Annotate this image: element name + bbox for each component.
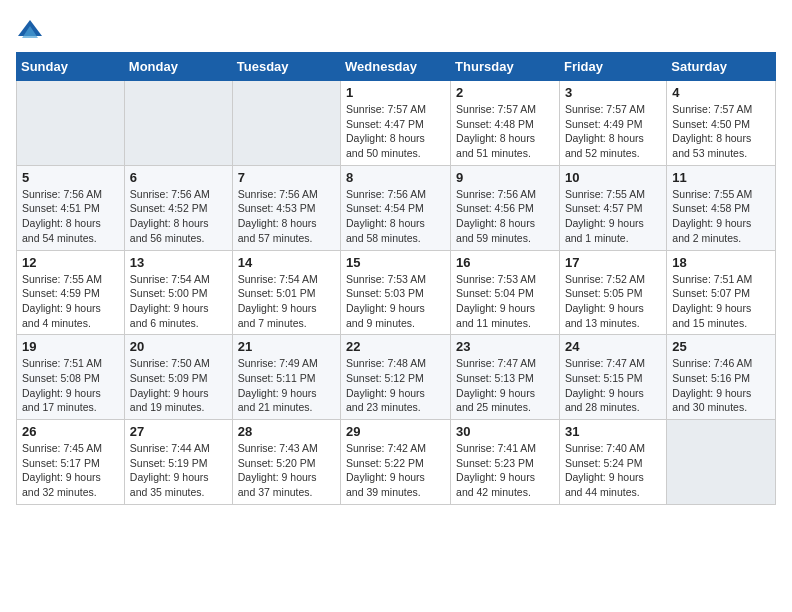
day-info: Sunrise: 7:57 AM Sunset: 4:48 PM Dayligh…: [456, 102, 554, 161]
calendar-day-header: Thursday: [451, 53, 560, 81]
day-number: 14: [238, 255, 335, 270]
day-number: 8: [346, 170, 445, 185]
day-number: 12: [22, 255, 119, 270]
calendar-cell: 16Sunrise: 7:53 AM Sunset: 5:04 PM Dayli…: [451, 250, 560, 335]
calendar-cell: 25Sunrise: 7:46 AM Sunset: 5:16 PM Dayli…: [667, 335, 776, 420]
day-info: Sunrise: 7:55 AM Sunset: 4:58 PM Dayligh…: [672, 187, 770, 246]
calendar-cell: 12Sunrise: 7:55 AM Sunset: 4:59 PM Dayli…: [17, 250, 125, 335]
day-number: 18: [672, 255, 770, 270]
day-number: 5: [22, 170, 119, 185]
day-info: Sunrise: 7:56 AM Sunset: 4:51 PM Dayligh…: [22, 187, 119, 246]
day-info: Sunrise: 7:53 AM Sunset: 5:04 PM Dayligh…: [456, 272, 554, 331]
day-info: Sunrise: 7:48 AM Sunset: 5:12 PM Dayligh…: [346, 356, 445, 415]
calendar-cell: 13Sunrise: 7:54 AM Sunset: 5:00 PM Dayli…: [124, 250, 232, 335]
calendar-day-header: Friday: [559, 53, 666, 81]
calendar-cell: 3Sunrise: 7:57 AM Sunset: 4:49 PM Daylig…: [559, 81, 666, 166]
calendar-cell: 29Sunrise: 7:42 AM Sunset: 5:22 PM Dayli…: [341, 420, 451, 505]
day-info: Sunrise: 7:56 AM Sunset: 4:56 PM Dayligh…: [456, 187, 554, 246]
day-number: 28: [238, 424, 335, 439]
day-info: Sunrise: 7:49 AM Sunset: 5:11 PM Dayligh…: [238, 356, 335, 415]
day-info: Sunrise: 7:51 AM Sunset: 5:08 PM Dayligh…: [22, 356, 119, 415]
day-info: Sunrise: 7:57 AM Sunset: 4:47 PM Dayligh…: [346, 102, 445, 161]
calendar-cell: 19Sunrise: 7:51 AM Sunset: 5:08 PM Dayli…: [17, 335, 125, 420]
day-number: 19: [22, 339, 119, 354]
day-number: 21: [238, 339, 335, 354]
day-info: Sunrise: 7:45 AM Sunset: 5:17 PM Dayligh…: [22, 441, 119, 500]
day-info: Sunrise: 7:47 AM Sunset: 5:15 PM Dayligh…: [565, 356, 661, 415]
day-number: 10: [565, 170, 661, 185]
day-number: 4: [672, 85, 770, 100]
day-info: Sunrise: 7:57 AM Sunset: 4:49 PM Dayligh…: [565, 102, 661, 161]
day-info: Sunrise: 7:42 AM Sunset: 5:22 PM Dayligh…: [346, 441, 445, 500]
calendar-day-header: Wednesday: [341, 53, 451, 81]
logo-icon: [16, 16, 44, 44]
day-number: 26: [22, 424, 119, 439]
calendar-cell: 17Sunrise: 7:52 AM Sunset: 5:05 PM Dayli…: [559, 250, 666, 335]
calendar-cell: 15Sunrise: 7:53 AM Sunset: 5:03 PM Dayli…: [341, 250, 451, 335]
calendar-cell: 30Sunrise: 7:41 AM Sunset: 5:23 PM Dayli…: [451, 420, 560, 505]
calendar-cell: 24Sunrise: 7:47 AM Sunset: 5:15 PM Dayli…: [559, 335, 666, 420]
calendar-cell: 18Sunrise: 7:51 AM Sunset: 5:07 PM Dayli…: [667, 250, 776, 335]
calendar-day-header: Sunday: [17, 53, 125, 81]
day-info: Sunrise: 7:43 AM Sunset: 5:20 PM Dayligh…: [238, 441, 335, 500]
day-number: 15: [346, 255, 445, 270]
calendar-week-row: 26Sunrise: 7:45 AM Sunset: 5:17 PM Dayli…: [17, 420, 776, 505]
day-info: Sunrise: 7:50 AM Sunset: 5:09 PM Dayligh…: [130, 356, 227, 415]
calendar-cell: 7Sunrise: 7:56 AM Sunset: 4:53 PM Daylig…: [232, 165, 340, 250]
calendar-cell: 1Sunrise: 7:57 AM Sunset: 4:47 PM Daylig…: [341, 81, 451, 166]
day-info: Sunrise: 7:44 AM Sunset: 5:19 PM Dayligh…: [130, 441, 227, 500]
day-info: Sunrise: 7:57 AM Sunset: 4:50 PM Dayligh…: [672, 102, 770, 161]
day-number: 24: [565, 339, 661, 354]
calendar-cell: 22Sunrise: 7:48 AM Sunset: 5:12 PM Dayli…: [341, 335, 451, 420]
day-number: 31: [565, 424, 661, 439]
calendar-cell: 23Sunrise: 7:47 AM Sunset: 5:13 PM Dayli…: [451, 335, 560, 420]
calendar-cell: 28Sunrise: 7:43 AM Sunset: 5:20 PM Dayli…: [232, 420, 340, 505]
day-info: Sunrise: 7:51 AM Sunset: 5:07 PM Dayligh…: [672, 272, 770, 331]
calendar-week-row: 19Sunrise: 7:51 AM Sunset: 5:08 PM Dayli…: [17, 335, 776, 420]
day-number: 13: [130, 255, 227, 270]
day-number: 30: [456, 424, 554, 439]
day-info: Sunrise: 7:56 AM Sunset: 4:53 PM Dayligh…: [238, 187, 335, 246]
page-header: [16, 16, 776, 44]
day-number: 17: [565, 255, 661, 270]
calendar-cell: 27Sunrise: 7:44 AM Sunset: 5:19 PM Dayli…: [124, 420, 232, 505]
calendar-cell: 31Sunrise: 7:40 AM Sunset: 5:24 PM Dayli…: [559, 420, 666, 505]
calendar-cell: 14Sunrise: 7:54 AM Sunset: 5:01 PM Dayli…: [232, 250, 340, 335]
calendar-cell: 5Sunrise: 7:56 AM Sunset: 4:51 PM Daylig…: [17, 165, 125, 250]
calendar-cell: 11Sunrise: 7:55 AM Sunset: 4:58 PM Dayli…: [667, 165, 776, 250]
day-info: Sunrise: 7:55 AM Sunset: 4:57 PM Dayligh…: [565, 187, 661, 246]
calendar-header-row: SundayMondayTuesdayWednesdayThursdayFrid…: [17, 53, 776, 81]
day-info: Sunrise: 7:53 AM Sunset: 5:03 PM Dayligh…: [346, 272, 445, 331]
day-number: 9: [456, 170, 554, 185]
calendar-cell: 26Sunrise: 7:45 AM Sunset: 5:17 PM Dayli…: [17, 420, 125, 505]
calendar-day-header: Tuesday: [232, 53, 340, 81]
calendar-table: SundayMondayTuesdayWednesdayThursdayFrid…: [16, 52, 776, 505]
calendar-cell: [667, 420, 776, 505]
calendar-day-header: Monday: [124, 53, 232, 81]
logo: [16, 16, 48, 44]
calendar-cell: 10Sunrise: 7:55 AM Sunset: 4:57 PM Dayli…: [559, 165, 666, 250]
day-info: Sunrise: 7:52 AM Sunset: 5:05 PM Dayligh…: [565, 272, 661, 331]
day-info: Sunrise: 7:56 AM Sunset: 4:52 PM Dayligh…: [130, 187, 227, 246]
calendar-week-row: 5Sunrise: 7:56 AM Sunset: 4:51 PM Daylig…: [17, 165, 776, 250]
calendar-cell: 20Sunrise: 7:50 AM Sunset: 5:09 PM Dayli…: [124, 335, 232, 420]
day-number: 27: [130, 424, 227, 439]
calendar-day-header: Saturday: [667, 53, 776, 81]
day-number: 29: [346, 424, 445, 439]
day-number: 11: [672, 170, 770, 185]
calendar-cell: 8Sunrise: 7:56 AM Sunset: 4:54 PM Daylig…: [341, 165, 451, 250]
day-number: 7: [238, 170, 335, 185]
calendar-cell: 4Sunrise: 7:57 AM Sunset: 4:50 PM Daylig…: [667, 81, 776, 166]
calendar-cell: 2Sunrise: 7:57 AM Sunset: 4:48 PM Daylig…: [451, 81, 560, 166]
calendar-cell: 21Sunrise: 7:49 AM Sunset: 5:11 PM Dayli…: [232, 335, 340, 420]
calendar-week-row: 12Sunrise: 7:55 AM Sunset: 4:59 PM Dayli…: [17, 250, 776, 335]
calendar-cell: 9Sunrise: 7:56 AM Sunset: 4:56 PM Daylig…: [451, 165, 560, 250]
day-info: Sunrise: 7:55 AM Sunset: 4:59 PM Dayligh…: [22, 272, 119, 331]
day-number: 6: [130, 170, 227, 185]
day-number: 3: [565, 85, 661, 100]
calendar-cell: [17, 81, 125, 166]
day-info: Sunrise: 7:47 AM Sunset: 5:13 PM Dayligh…: [456, 356, 554, 415]
day-number: 16: [456, 255, 554, 270]
calendar-week-row: 1Sunrise: 7:57 AM Sunset: 4:47 PM Daylig…: [17, 81, 776, 166]
day-info: Sunrise: 7:56 AM Sunset: 4:54 PM Dayligh…: [346, 187, 445, 246]
